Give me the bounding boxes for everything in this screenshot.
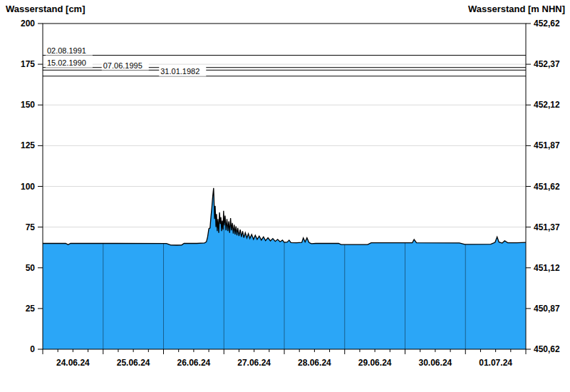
y-left-axis: 0255075100125150175200 — [21, 19, 43, 354]
reference-line-label: 02.08.1991 — [47, 46, 86, 55]
y-left-tick-label: 200 — [21, 19, 35, 29]
y-left-tick-label: 150 — [21, 100, 35, 110]
y-right-tick-label: 451,62 — [534, 182, 560, 192]
reference-line-label: 07.06.1995 — [103, 61, 142, 70]
y-right-tick-label: 452,62 — [534, 19, 560, 29]
y-left-tick-label: 100 — [21, 182, 35, 192]
x-tick-label: 27.06.24 — [237, 358, 271, 368]
y-left-tick-label: 75 — [26, 222, 36, 232]
x-tick-label: 30.06.24 — [419, 358, 452, 368]
y-right-tick-label: 452,12 — [534, 100, 560, 110]
x-axis: 24.06.2425.06.2426.06.2427.06.2428.06.24… — [43, 349, 526, 368]
y-left-tick-label: 0 — [30, 344, 35, 354]
y-left-tick-label: 125 — [21, 140, 35, 150]
y-left-tick-label: 50 — [26, 263, 36, 273]
y-right-tick-label: 451,37 — [534, 222, 560, 232]
x-tick-label: 28.06.24 — [298, 358, 331, 368]
y-left-tick-label: 175 — [21, 59, 35, 69]
y-right-tick-label: 452,37 — [534, 59, 560, 69]
reference-line-label: 15.02.1990 — [47, 58, 86, 67]
reference-lines: 02.08.199115.02.199007.06.199531.01.1982 — [43, 46, 526, 76]
x-tick-label: 26.06.24 — [177, 358, 211, 368]
y-right-tick-label: 450,62 — [534, 344, 560, 354]
water-level-area-chart: 02.08.199115.02.199007.06.199531.01.1982… — [0, 0, 570, 392]
y-right-tick-label: 450,87 — [534, 304, 560, 314]
y-right-tick-label: 451,12 — [534, 263, 560, 273]
water-level-chart-window: Wasserstand [cm] Wasserstand [m NHN] 02.… — [0, 0, 570, 392]
x-tick-label: 29.06.24 — [358, 358, 392, 368]
y-left-tick-label: 25 — [26, 304, 36, 314]
x-tick-label: 25.06.24 — [117, 358, 150, 368]
y-right-tick-label: 451,87 — [534, 140, 560, 150]
x-tick-label: 24.06.24 — [56, 358, 90, 368]
y-right-axis: 450,62450,87451,12451,37451,62451,87452,… — [526, 19, 560, 354]
water-level-curve — [43, 188, 526, 245]
x-tick-label: 01.07.24 — [479, 358, 512, 368]
reference-line-label: 31.01.1982 — [160, 67, 200, 76]
